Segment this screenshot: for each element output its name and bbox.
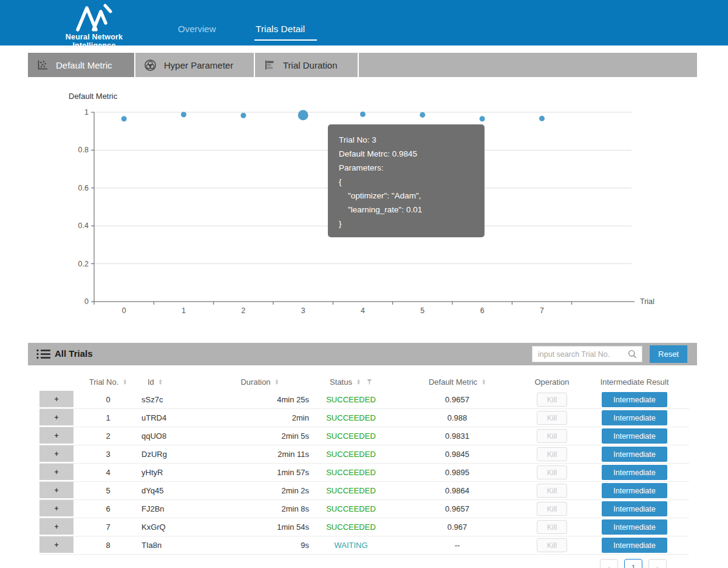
default-metric-cell: 0.967 (390, 522, 524, 532)
duration-cell: 2min 2s (208, 486, 311, 495)
tab-trial-duration[interactable]: Trial Duration (255, 53, 359, 77)
intermediate-button[interactable]: Intermediate (602, 392, 667, 407)
kill-button[interactable]: Kill (537, 502, 567, 516)
status-badge: SUCCEEDED (311, 413, 390, 422)
intermediate-button[interactable]: Intermediate (602, 519, 667, 535)
expand-row-button[interactable]: + (39, 500, 75, 518)
sort-icon[interactable]: ▲▼ (481, 379, 486, 385)
column-header-default-metric[interactable]: Default Metric▲▼ (390, 377, 524, 387)
trial-id-cell: sSz7c (141, 395, 208, 404)
intermediate-button[interactable]: Intermediate (602, 447, 667, 462)
expand-row-button[interactable]: + (39, 464, 75, 481)
svg-text:5: 5 (420, 306, 424, 315)
default-metric-cell: -- (390, 541, 524, 550)
kill-button[interactable]: Kill (537, 465, 567, 479)
scatter-point-trial-5[interactable] (420, 112, 425, 118)
default-metric-cell: 0.9845 (390, 450, 524, 459)
scatter-point-trial-0[interactable] (121, 116, 127, 121)
search-trial-input[interactable] (532, 346, 642, 362)
scatter-chart-icon (36, 59, 49, 71)
nav-tab-overview[interactable]: Overview (178, 24, 216, 34)
intermediate-cell: Intermediate (580, 465, 689, 480)
intermediate-button[interactable]: Intermediate (602, 538, 667, 553)
scatter-point-trial-6[interactable] (480, 116, 485, 121)
kill-button[interactable]: Kill (537, 447, 567, 461)
svg-text:6: 6 (480, 306, 485, 315)
kill-button[interactable]: Kill (537, 411, 567, 425)
nav-tab-trials-detail[interactable]: Trials Detail (256, 24, 305, 35)
intermediate-button[interactable]: Intermediate (602, 428, 667, 444)
scatter-point-trial-4[interactable] (360, 112, 366, 117)
sort-icon[interactable]: ▲▼ (123, 379, 127, 385)
intermediate-button[interactable]: Intermediate (602, 410, 667, 425)
operation-cell: Kill (524, 447, 580, 461)
metric-tabbar: Default MetricHyper ParameterTrial Durat… (28, 53, 697, 77)
kill-button[interactable]: Kill (537, 393, 567, 407)
trial-id-cell: yHtyR (141, 468, 208, 477)
column-label: Operation (534, 377, 569, 387)
kill-button[interactable]: Kill (537, 520, 567, 534)
column-header-status[interactable]: Status▲▼ (311, 377, 390, 387)
intermediate-cell: Intermediate (580, 428, 689, 444)
expand-row-button[interactable]: + (39, 518, 75, 536)
svg-text:2: 2 (241, 306, 245, 315)
pagination-prev-button[interactable]: ‹ (600, 559, 618, 568)
intermediate-button[interactable]: Intermediate (602, 501, 667, 516)
pagination-page-1-button[interactable]: 1 (624, 559, 642, 568)
operation-cell: Kill (524, 429, 580, 443)
table-row-trial-5: +5dYq452min 2sSUCCEEDED0.9864KillInterme… (39, 482, 689, 500)
column-header-duration[interactable]: Duration▲▼ (208, 377, 311, 387)
scatter-point-trial-7[interactable] (539, 116, 545, 121)
scatter-point-trial-1[interactable] (181, 112, 186, 117)
sort-icon[interactable]: ▲▼ (158, 379, 163, 385)
table-row-trial-4: +4yHtyR1min 57sSUCCEEDED0.9895KillInterm… (39, 464, 689, 482)
search-icon[interactable] (628, 350, 637, 359)
pagination-next-button[interactable]: › (648, 559, 667, 568)
expand-row-button[interactable]: + (39, 409, 75, 427)
status-badge: SUCCEEDED (311, 504, 390, 513)
intermediate-button[interactable]: Intermediate (602, 483, 667, 498)
svg-text:0.6: 0.6 (78, 184, 89, 192)
filter-icon[interactable] (367, 379, 372, 385)
intermediate-button[interactable]: Intermediate (602, 465, 667, 480)
duration-cell: 2min 5s (208, 431, 311, 441)
status-badge: SUCCEEDED (311, 522, 390, 532)
svg-text:0.4: 0.4 (78, 221, 89, 230)
sort-icon[interactable]: ▲▼ (356, 379, 361, 385)
expand-row-button[interactable]: + (39, 536, 75, 554)
table-row-trial-0: +0sSz7c4min 25sSUCCEEDED0.9657KillInterm… (39, 391, 689, 409)
scatter-point-trial-3[interactable] (298, 110, 308, 120)
expand-row-button[interactable]: + (39, 445, 75, 463)
reset-button[interactable]: Reset (650, 345, 687, 363)
expand-row-button[interactable]: + (39, 482, 75, 499)
scatter-point-trial-2[interactable] (240, 113, 246, 118)
kill-button[interactable]: Kill (537, 484, 567, 498)
column-header-id[interactable]: Id▲▼ (141, 377, 208, 387)
default-metric-cell: 0.9657 (390, 504, 524, 513)
operation-cell: Kill (524, 538, 580, 552)
tab-hyper-parameter[interactable]: Hyper Parameter (135, 53, 255, 77)
tab-label: Trial Duration (283, 60, 337, 70)
sort-icon[interactable]: ▲▼ (275, 379, 279, 385)
expand-row-button[interactable]: + (39, 427, 75, 445)
status-badge: SUCCEEDED (311, 395, 390, 404)
active-tab-underline (254, 39, 317, 41)
kill-button[interactable]: Kill (537, 429, 567, 443)
table-row-trial-7: +7KxGrQ1min 54sSUCCEEDED0.967KillInterme… (39, 518, 689, 536)
status-badge: SUCCEEDED (311, 468, 390, 477)
kill-button[interactable]: Kill (537, 538, 567, 552)
trial-no-cell: 5 (75, 486, 141, 495)
expand-row-button[interactable]: + (39, 391, 75, 408)
duration-cell: 2min 11s (208, 450, 311, 459)
operation-cell: Kill (524, 411, 580, 425)
duration-cell: 4min 25s (208, 395, 311, 404)
trial-id-cell: qqUO8 (141, 431, 208, 441)
operation-cell: Kill (524, 465, 580, 479)
column-header-trial-no-[interactable]: Trial No.▲▼ (75, 377, 141, 387)
trial-no-cell: 0 (75, 395, 141, 404)
trials-table: Trial No.▲▼Id▲▼Duration▲▼Status▲▼Default… (39, 373, 689, 555)
default-metric-cell: 0.9831 (390, 431, 524, 441)
tab-default-metric[interactable]: Default Metric (28, 53, 135, 77)
trial-no-cell: 6 (75, 504, 141, 513)
status-badge: SUCCEEDED (311, 431, 390, 441)
